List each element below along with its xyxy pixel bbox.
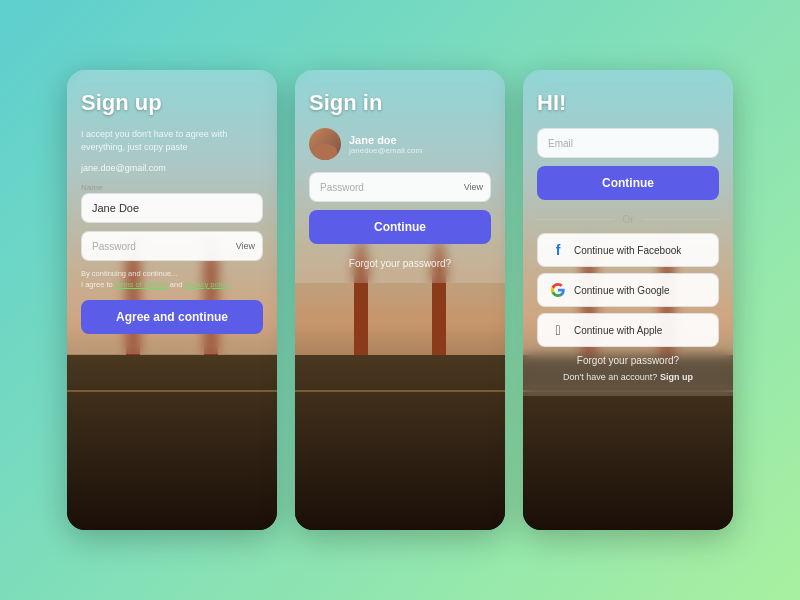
apple-login-button[interactable]:  Continue with Apple bbox=[537, 313, 719, 347]
view-password-button[interactable]: View bbox=[236, 241, 255, 251]
signup-form-panel: Sign up I accept you don't have to agree… bbox=[67, 70, 277, 354]
bridge-road bbox=[67, 355, 277, 530]
or-line-left bbox=[537, 219, 614, 220]
apple-icon:  bbox=[550, 322, 566, 338]
or-text: Or bbox=[622, 214, 633, 225]
facebook-login-button[interactable]: f Continue with Facebook bbox=[537, 233, 719, 267]
user-name: Jane doe bbox=[349, 134, 422, 146]
hi-continue-button[interactable]: Continue bbox=[537, 166, 719, 200]
signin-panel: Sign in Jane doe janedoe@email.com View … bbox=[295, 70, 505, 530]
bridge-road-2 bbox=[295, 355, 505, 530]
signup-link[interactable]: Sign up bbox=[660, 372, 693, 382]
signup-panel: Sign up I accept you don't have to agree… bbox=[67, 70, 277, 530]
privacy-link[interactable]: privacy policy bbox=[184, 280, 229, 289]
password-wrapper: View bbox=[81, 231, 263, 261]
user-email-display: janedoe@email.com bbox=[349, 146, 422, 155]
hi-form-panel: HI! Continue Or f Continue with Facebook… bbox=[523, 70, 733, 396]
google-login-button[interactable]: Continue with Google bbox=[537, 273, 719, 307]
signin-password-wrapper: View bbox=[309, 172, 491, 202]
google-icon bbox=[550, 282, 566, 298]
or-divider: Or bbox=[537, 214, 719, 225]
hi-title: HI! bbox=[537, 90, 719, 116]
signup-email-display: jane.doe@gmail.com bbox=[81, 163, 263, 173]
signin-continue-button[interactable]: Continue bbox=[309, 210, 491, 244]
hi-panel: HI! Continue Or f Continue with Facebook… bbox=[523, 70, 733, 530]
agree-continue-button[interactable]: Agree and continue bbox=[81, 300, 263, 334]
signin-view-password-button[interactable]: View bbox=[464, 182, 483, 192]
signin-title: Sign in bbox=[309, 90, 491, 116]
signin-form-panel: Sign in Jane doe janedoe@email.com View … bbox=[295, 70, 505, 283]
terms-text: By continuing and continue... I agree to… bbox=[81, 269, 263, 290]
facebook-icon: f bbox=[550, 242, 566, 258]
google-btn-label: Continue with Google bbox=[574, 285, 670, 296]
signin-forgot-text[interactable]: Forgot your password? bbox=[309, 258, 491, 269]
or-line-right bbox=[642, 219, 719, 220]
road-lines bbox=[67, 390, 277, 392]
signup-title: Sign up bbox=[81, 90, 263, 116]
apple-btn-label: Continue with Apple bbox=[574, 325, 662, 336]
no-account-text: Don't have an account? Sign up bbox=[537, 372, 719, 382]
facebook-btn-label: Continue with Facebook bbox=[574, 245, 681, 256]
signup-info-text: I accept you don't have to agree with ev… bbox=[81, 128, 263, 153]
name-label: Name bbox=[81, 183, 263, 192]
hi-email-input[interactable] bbox=[537, 128, 719, 158]
hi-forgot-text[interactable]: Forgot your password? bbox=[537, 355, 719, 366]
terms-link[interactable]: terms of service bbox=[115, 280, 168, 289]
user-avatar-row: Jane doe janedoe@email.com bbox=[309, 128, 491, 160]
road-lines-2 bbox=[295, 390, 505, 392]
user-avatar bbox=[309, 128, 341, 160]
avatar-info: Jane doe janedoe@email.com bbox=[349, 134, 422, 155]
name-input[interactable] bbox=[81, 193, 263, 223]
